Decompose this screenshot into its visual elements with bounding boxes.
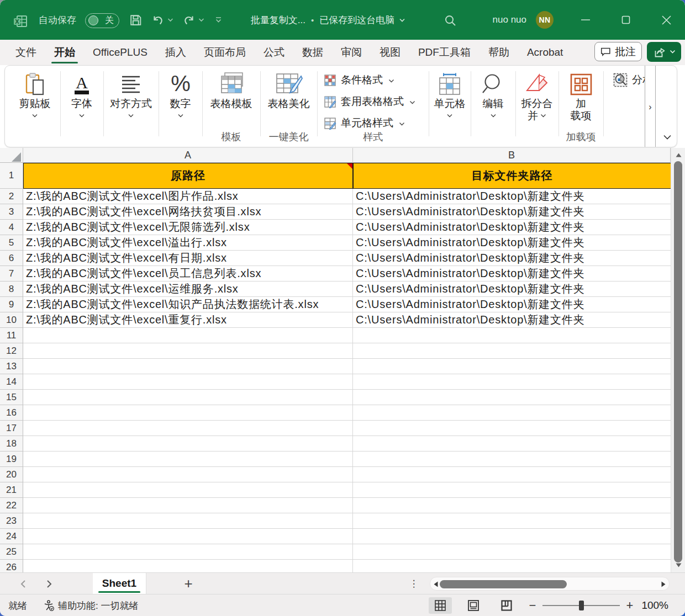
- cell-A5[interactable]: Z:\我的ABC测试文件\excel\溢出行.xlsx: [23, 235, 353, 251]
- tab-视图[interactable]: 视图: [371, 40, 409, 65]
- title-dropdown-chevron[interactable]: [399, 15, 405, 25]
- clipboard-group-button[interactable]: 剪贴板: [9, 66, 60, 120]
- select-all-corner[interactable]: [0, 148, 23, 163]
- row-header-5[interactable]: 5: [0, 235, 23, 251]
- accessibility-status[interactable]: 辅助功能: 一切就绪: [43, 594, 138, 616]
- ribbon-collapse-button[interactable]: [661, 132, 673, 143]
- cell-B7[interactable]: C:\Users\Administrator\Desktop\新建文件夹: [353, 266, 671, 282]
- cell-A7[interactable]: Z:\我的ABC测试文件\excel\员工信息列表.xlsx: [23, 266, 353, 282]
- vertical-scroll-thumb[interactable]: [674, 161, 682, 562]
- sheet-nav-left-arrow[interactable]: [14, 573, 31, 594]
- cell-A10[interactable]: Z:\我的ABC测试文件\excel\重复行.xlsx: [23, 312, 353, 328]
- cell-B3[interactable]: C:\Users\Administrator\Desktop\新建文件夹: [353, 204, 671, 220]
- edit-button[interactable]: 编辑: [471, 66, 515, 120]
- cell-B16[interactable]: [353, 405, 671, 421]
- cell-B13[interactable]: [353, 359, 671, 374]
- share-button[interactable]: [647, 42, 681, 62]
- row-header-3[interactable]: 3: [0, 204, 23, 220]
- column-header-A[interactable]: A: [23, 148, 353, 163]
- cell-B15[interactable]: [353, 390, 671, 405]
- scroll-left-arrow[interactable]: [431, 577, 440, 591]
- row-header-22[interactable]: 22: [0, 498, 23, 513]
- tab-开始[interactable]: 开始: [45, 40, 84, 65]
- row-header-8[interactable]: 8: [0, 282, 23, 297]
- number-group-button[interactable]: % 数字: [159, 66, 202, 120]
- cell-A16[interactable]: [23, 405, 353, 421]
- cell-A1[interactable]: 原路径: [23, 163, 353, 189]
- cell-B1[interactable]: 目标文件夹路径: [353, 163, 671, 189]
- cell-A9[interactable]: Z:\我的ABC测试文件\excel\知识产品执法数据统计表.xlsx: [23, 297, 353, 312]
- cell-A13[interactable]: [23, 359, 353, 374]
- comments-button[interactable]: 批注: [594, 42, 642, 61]
- tab-公式[interactable]: 公式: [255, 40, 293, 65]
- row-header-15[interactable]: 15: [0, 390, 23, 405]
- search-button[interactable]: [442, 13, 459, 28]
- user-name[interactable]: nuo nuo: [493, 0, 526, 40]
- cell-A20[interactable]: [23, 467, 353, 482]
- row-header-24[interactable]: 24: [0, 529, 23, 544]
- cell-B9[interactable]: C:\Users\Administrator\Desktop\新建文件夹: [353, 297, 671, 312]
- excel-app-icon[interactable]: X: [13, 14, 28, 29]
- add-sheet-button[interactable]: +: [179, 573, 198, 594]
- cell-A18[interactable]: [23, 436, 353, 452]
- ribbon-more-button[interactable]: ›: [645, 66, 656, 147]
- cell-B4[interactable]: C:\Users\Administrator\Desktop\新建文件夹: [353, 220, 671, 235]
- row-header-19[interactable]: 19: [0, 452, 23, 467]
- cell-B5[interactable]: C:\Users\Administrator\Desktop\新建文件夹: [353, 235, 671, 251]
- cell-B22[interactable]: [353, 498, 671, 513]
- cell-A12[interactable]: [23, 343, 353, 359]
- cell-B21[interactable]: [353, 482, 671, 498]
- cell-B11[interactable]: [353, 328, 671, 343]
- row-header-11[interactable]: 11: [0, 328, 23, 343]
- cell-A19[interactable]: [23, 452, 353, 467]
- cell-A8[interactable]: Z:\我的ABC测试文件\excel\运维服务.xlsx: [23, 282, 353, 297]
- cell-A22[interactable]: [23, 498, 353, 513]
- row-header-25[interactable]: 25: [0, 544, 23, 560]
- cell-A25[interactable]: [23, 544, 353, 560]
- row-header-23[interactable]: 23: [0, 513, 23, 529]
- cell-B14[interactable]: [353, 374, 671, 390]
- zoom-level[interactable]: 100%: [631, 594, 668, 616]
- cell-A24[interactable]: [23, 529, 353, 544]
- autosave-toggle[interactable]: 关: [85, 13, 119, 28]
- cell-A17[interactable]: [23, 421, 353, 436]
- cell-B24[interactable]: [353, 529, 671, 544]
- cell-B19[interactable]: [353, 452, 671, 467]
- page-layout-view-button[interactable]: [462, 597, 485, 614]
- avatar[interactable]: NN: [536, 11, 554, 29]
- row-header-4[interactable]: 4: [0, 220, 23, 235]
- undo-dropdown-chevron[interactable]: [166, 15, 175, 24]
- row-header-10[interactable]: 10: [0, 312, 23, 328]
- cell-A23[interactable]: [23, 513, 353, 529]
- table-template-button[interactable]: 表格模板: [202, 66, 260, 110]
- tab-OfficePLUS[interactable]: OfficePLUS: [84, 40, 156, 65]
- scroll-down-arrow[interactable]: [671, 559, 685, 571]
- tab-PDF工具箱[interactable]: PDF工具箱: [409, 40, 479, 65]
- cell-A15[interactable]: [23, 390, 353, 405]
- redo-dropdown-chevron[interactable]: [197, 15, 205, 24]
- cell-B8[interactable]: C:\Users\Administrator\Desktop\新建文件夹: [353, 282, 671, 297]
- table-beautify-button[interactable]: 表格美化: [260, 66, 317, 110]
- cell-B23[interactable]: [353, 513, 671, 529]
- cell-B17[interactable]: [353, 421, 671, 436]
- tab-页面布局[interactable]: 页面布局: [195, 40, 255, 65]
- row-header-16[interactable]: 16: [0, 405, 23, 421]
- tab-文件[interactable]: 文件: [7, 40, 45, 65]
- undo-button[interactable]: [148, 0, 168, 40]
- vertical-scrollbar[interactable]: [671, 148, 685, 572]
- row-header-1[interactable]: 1: [0, 163, 23, 189]
- alignment-group-button[interactable]: 对齐方式: [103, 66, 159, 120]
- tab-Acrobat[interactable]: Acrobat: [518, 40, 572, 65]
- cell-A21[interactable]: [23, 482, 353, 498]
- quick-access-customize-chevron[interactable]: [213, 14, 224, 25]
- cell-A3[interactable]: Z:\我的ABC测试文件\excel\网络扶贫项目.xlsx: [23, 204, 353, 220]
- tab-审阅[interactable]: 审阅: [332, 40, 371, 65]
- cell-A6[interactable]: Z:\我的ABC测试文件\excel\有日期.xlsx: [23, 251, 353, 266]
- page-break-view-button[interactable]: [495, 597, 518, 614]
- cell-B18[interactable]: [353, 436, 671, 452]
- tab-帮助[interactable]: 帮助: [479, 40, 518, 65]
- cell-B6[interactable]: C:\Users\Administrator\Desktop\新建文件夹: [353, 251, 671, 266]
- minimize-button[interactable]: [570, 0, 602, 40]
- close-button[interactable]: [650, 0, 682, 40]
- cell-A4[interactable]: Z:\我的ABC测试文件\excel\无限筛选列.xlsx: [23, 220, 353, 235]
